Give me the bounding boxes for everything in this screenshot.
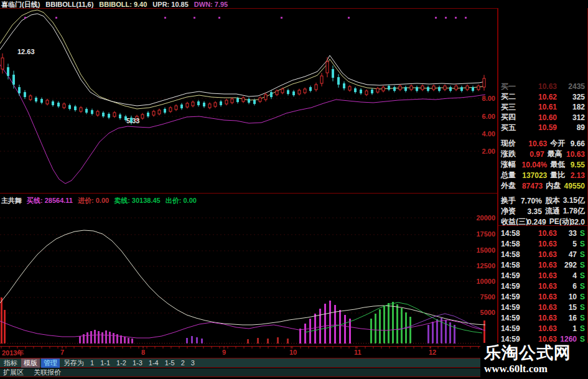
tick-row[interactable]: 14:5910.636S <box>498 281 587 291</box>
stat-value: 2.13 <box>571 171 585 180</box>
tick-row[interactable]: 14:5910.631S <box>498 323 587 334</box>
stat-value: 3.15亿 <box>563 195 585 206</box>
tab-p1-3[interactable]: 1-3 <box>130 359 145 367</box>
tick-volume: 1260 <box>557 335 577 344</box>
stat-label: 换手 <box>501 195 519 206</box>
watermark-site-name: 乐淘公式网 <box>484 343 588 363</box>
tick-row[interactable]: 14:5810.6347S <box>498 249 587 260</box>
stat-value: 137023 <box>521 171 547 180</box>
bid-price: 10.63 <box>521 82 557 91</box>
y-axis-label: 8.00 <box>482 95 495 102</box>
tab-p1-5[interactable]: 1-5 <box>162 359 177 367</box>
tick-volume: 4 <box>557 271 577 280</box>
tick-row[interactable]: 14:5910.6310S <box>498 291 587 302</box>
stat-label: 净资 <box>501 206 519 217</box>
trading-terminal: 喜临门(日线) BBIBOLL(11,6) BBIBOLL: 9.40 UPR:… <box>0 0 588 379</box>
tab-p1-4[interactable]: 1-4 <box>146 359 161 367</box>
bid-volume: 312 <box>557 113 585 122</box>
stat-label: 最高 <box>548 149 566 159</box>
tick-volume: 1 <box>557 324 577 333</box>
tick-time: 14:59 <box>501 292 523 301</box>
tick-row[interactable]: 14:5810.635S <box>498 238 587 249</box>
stat-value: 9.55 <box>571 161 585 169</box>
tick-row[interactable]: 14:5910.6316S <box>498 312 587 323</box>
tick-volume: 15 <box>557 303 577 312</box>
tick-row[interactable]: 14:5910.6315S <box>498 302 587 312</box>
y-axis-label: 15000 <box>476 246 495 254</box>
dwn-value: DWN: 7.95 <box>194 1 228 8</box>
tick-volume: 16 <box>557 314 577 322</box>
stat-label: 流通 <box>545 206 563 217</box>
bbiboll-value: BBIBOLL: 9.40 <box>99 1 147 8</box>
tick-row[interactable]: 14:5810.63292S <box>498 260 587 270</box>
time-and-sales-list[interactable]: 14:5810.6333S14:5810.635S14:5810.6347S14… <box>498 228 587 344</box>
bid-row: 买一10.632435 <box>498 82 587 92</box>
tab-indicator[interactable]: 指标 <box>1 358 20 368</box>
stat-label: 涨跌 <box>501 149 520 159</box>
link-linked-quote[interactable]: 关联报价 <box>32 368 62 377</box>
sub-chart-title: 主共舞 买线: 28564.11 进价: 0.00 卖线: 30138.45 出… <box>0 196 499 205</box>
tick-price: 10.63 <box>523 240 557 248</box>
tick-direction-flag: S <box>577 229 585 238</box>
stat-row: 涨幅10.04%最低9.55 <box>498 159 587 170</box>
tab-p1-2[interactable]: 1-2 <box>114 359 129 367</box>
tick-time: 14:59 <box>501 303 523 312</box>
price-chart-canvas[interactable] <box>0 0 498 349</box>
tick-time: 14:58 <box>501 250 523 259</box>
price-axis: 8.006.004.002.00200001750015000125001000… <box>464 0 497 346</box>
stat-row: 总量137023量比2.13 <box>498 170 587 180</box>
tick-price: 10.63 <box>523 271 557 280</box>
sub-indicator-name[interactable]: 主共舞 <box>1 197 22 205</box>
main-chart-title: 喜临门(日线) BBIBOLL(11,6) BBIBOLL: 9.40 UPR:… <box>0 0 499 8</box>
bid-levels: 买一10.632435买二10.62325买三10.61182买四10.6031… <box>498 82 587 133</box>
tab-manage[interactable]: 管理 <box>41 358 60 368</box>
tick-row[interactable]: 14:5910.634S <box>498 270 587 281</box>
link-extend-area[interactable]: 扩展区 <box>2 368 25 377</box>
tick-price: 10.63 <box>523 261 557 269</box>
tick-price: 10.63 <box>523 282 557 291</box>
tick-direction-flag: S <box>577 314 585 322</box>
tab-p1[interactable]: 1 <box>88 359 96 367</box>
tab-p1-1[interactable]: 1-1 <box>98 359 113 367</box>
tab-p2[interactable]: 2 <box>179 359 187 367</box>
stat-label: 股本 <box>545 195 563 206</box>
tick-time: 14:59 <box>501 324 523 333</box>
stat-value: 1.78亿 <box>563 206 585 217</box>
y-axis-label: 17500 <box>476 230 495 238</box>
tick-volume: 6 <box>557 282 577 291</box>
bid-volume: 2435 <box>557 82 585 91</box>
stat-row: 换手7.70%股本3.15亿 <box>498 195 587 206</box>
x-axis-month-label: 12 <box>429 349 436 356</box>
bid-volume: 182 <box>557 103 585 111</box>
y-axis-label: 12500 <box>476 262 495 269</box>
tab-template[interactable]: 模版 <box>21 358 40 368</box>
stat-value: 0.97 <box>520 150 544 159</box>
tick-time: 14:58 <box>501 229 523 238</box>
low-price-mark: 5.33 <box>126 117 139 124</box>
tick-row[interactable]: 14:5810.6333S <box>498 228 587 238</box>
y-axis-label: 10000 <box>476 278 495 285</box>
x-axis-month-label: 11 <box>354 349 362 356</box>
tab-save-as[interactable]: 另存为 <box>61 358 86 368</box>
tab-p3[interactable]: 3 <box>189 359 197 367</box>
stat-label: 量比 <box>550 170 570 180</box>
bid-label: 买三 <box>501 102 521 113</box>
stat-row: 净资3.35流通1.78亿 <box>498 206 587 217</box>
watermark: 乐淘公式网 www.60lt.com <box>480 343 588 379</box>
y-axis-label: 5000 <box>480 309 495 316</box>
tick-time: 14:58 <box>501 240 523 248</box>
stat-label: 总量 <box>501 170 521 180</box>
bid-price: 10.59 <box>521 123 557 132</box>
stat-label: 外盘 <box>501 180 519 191</box>
stat-label: 现价 <box>501 138 521 149</box>
stat-row: 涨跌0.97最高10.63 <box>498 149 587 159</box>
indicator-name[interactable]: BBIBOLL(11,6) <box>45 1 93 8</box>
x-axis-month-label: 9 <box>222 349 226 356</box>
x-axis-month-label: 7 <box>60 349 64 356</box>
stock-name: 喜临门(日线) <box>1 1 40 8</box>
panel-divider <box>498 225 587 226</box>
stat-row: 外盘87473内盘49550 <box>498 180 587 191</box>
tick-direction-flag: S <box>577 282 585 291</box>
fundamental-stats: 换手7.70%股本3.15亿净资3.35流通1.78亿收益(三)0.249PE(… <box>498 195 587 227</box>
tick-direction-flag: S <box>577 335 585 344</box>
